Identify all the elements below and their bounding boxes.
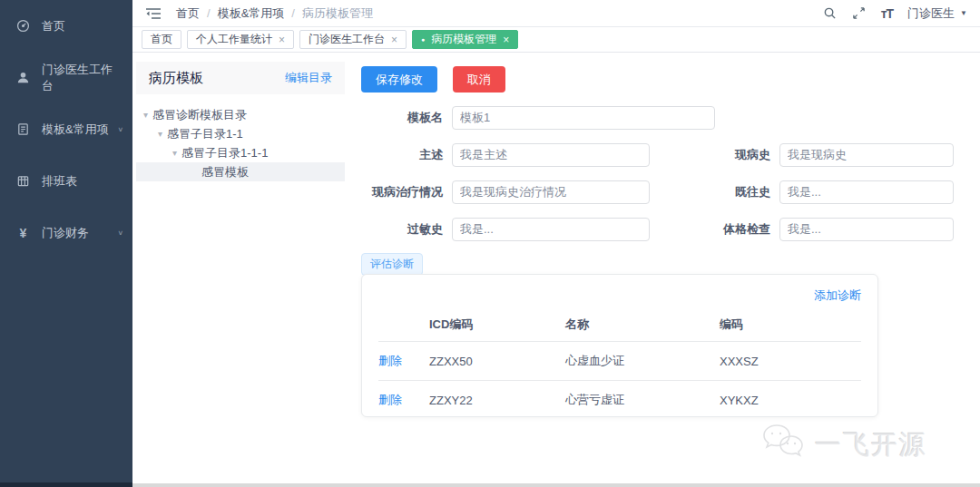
user-name: 门诊医生 xyxy=(907,5,955,22)
allergy-history-input[interactable] xyxy=(452,218,650,241)
table-row: 删除 ZZXY22 心营亏虚证 XYKXZ xyxy=(378,381,861,420)
template-tree: ▾ 感冒诊断模板目录 ▾ 感冒子目录1-1 ▾ 感冒子目录1-1-1 感冒模板 xyxy=(136,94,345,181)
breadcrumb: 首页 / 模板&常用项 / 病历模板管理 xyxy=(176,5,373,22)
sidebar-item-home[interactable]: 首页 xyxy=(0,0,132,52)
tree-node[interactable]: ▾ 感冒诊断模板目录 xyxy=(136,105,345,124)
chief-complaint-input[interactable] xyxy=(452,143,650,167)
past-history-input[interactable] xyxy=(779,180,954,204)
template-form: 模板名 主述 现病史 现病治疗情况 既往史 xyxy=(361,106,954,255)
top-bar: 首页 / 模板&常用项 / 病历模板管理 тT 门诊医生 ▼ xyxy=(132,0,980,27)
tab-template-management[interactable]: ● 病历模板管理 × xyxy=(412,30,518,49)
sidebar-item-label: 模板&常用项 xyxy=(42,122,109,138)
template-icon xyxy=(16,122,30,136)
tab-label: 首页 xyxy=(151,32,172,47)
tree-node-label: 感冒诊断模板目录 xyxy=(152,107,247,123)
cell-icd: ZZXX50 xyxy=(429,342,565,381)
column-header-action xyxy=(378,311,429,342)
sidebar-item-label: 门诊财务 xyxy=(42,225,89,241)
tab-assessment-diagnosis[interactable]: 评估诊断 xyxy=(361,253,423,276)
tab-personal-workload[interactable]: 个人工作量统计 × xyxy=(187,30,294,49)
breadcrumb-separator: / xyxy=(291,6,295,20)
close-icon[interactable]: × xyxy=(391,34,397,45)
physical-exam-label: 体格检查 xyxy=(707,221,779,238)
breadcrumb-section[interactable]: 模板&常用项 xyxy=(218,5,285,22)
dropdown-caret-icon: ▼ xyxy=(960,9,967,17)
cell-icd: ZZXY22 xyxy=(429,381,565,420)
cell-name: 心营亏虚证 xyxy=(565,381,720,420)
save-button[interactable]: 保存修改 xyxy=(361,66,437,93)
cell-code: XXXSZ xyxy=(720,342,861,381)
table-row: 删除 ZZXX50 心虚血少证 XXXSZ xyxy=(378,342,861,381)
present-illness-input[interactable] xyxy=(779,143,954,167)
breadcrumb-current: 病历模板管理 xyxy=(302,5,373,22)
caret-down-icon[interactable]: ▾ xyxy=(158,129,162,139)
search-icon[interactable] xyxy=(823,6,838,21)
topbar-actions: тT 门诊医生 ▼ xyxy=(823,5,967,22)
present-treatment-label: 现病治疗情况 xyxy=(361,184,452,200)
tree-node-label: 感冒子目录1-1 xyxy=(167,126,243,142)
chief-complaint-label: 主述 xyxy=(361,147,452,163)
edit-directory-link[interactable]: 编辑目录 xyxy=(285,70,332,86)
tree-node-selected[interactable]: 感冒模板 xyxy=(136,162,345,181)
diagnosis-card: 添加诊断 ICD编码 名称 编码 删除 ZZXX50 心虚血少证 XXXSZ xyxy=(361,274,878,417)
diagnosis-table: ICD编码 名称 编码 删除 ZZXX50 心虚血少证 XXXSZ 删除 ZZX… xyxy=(378,311,861,419)
column-header-name: 名称 xyxy=(565,311,720,342)
chat-bubbles-logo-icon xyxy=(759,424,806,467)
template-panel-header: 病历模板 编辑目录 xyxy=(136,62,345,94)
watermark: 一飞开源 xyxy=(759,424,927,467)
user-icon xyxy=(16,71,30,84)
form-actions: 保存修改 取消 xyxy=(361,66,505,93)
bottom-strip-dark xyxy=(0,482,132,487)
cell-name: 心虚血少证 xyxy=(565,342,720,381)
delete-row-link[interactable]: 删除 xyxy=(378,393,402,406)
sidebar-item-label: 首页 xyxy=(42,18,65,34)
user-menu[interactable]: 门诊医生 ▼ xyxy=(907,5,967,22)
tree-node-label: 感冒子目录1-1-1 xyxy=(181,145,268,161)
tab-bar: 首页 个人工作量统计 × 门诊医生工作台 × ● 病历模板管理 × xyxy=(132,27,980,53)
present-treatment-input[interactable] xyxy=(452,180,650,204)
dashboard-icon xyxy=(16,19,30,33)
chevron-down-icon: ∨ xyxy=(117,229,123,237)
caret-down-icon[interactable]: ▾ xyxy=(143,110,148,120)
cell-code: XYKXZ xyxy=(720,381,861,420)
sidebar-item-label: 门诊医生工作台 xyxy=(42,62,123,94)
cancel-button[interactable]: 取消 xyxy=(453,66,505,93)
tab-label: 门诊医生工作台 xyxy=(309,32,385,47)
schedule-icon xyxy=(16,174,30,188)
chevron-down-icon: ∨ xyxy=(117,126,123,133)
sidebar-item-finance[interactable]: ¥ 门诊财务 ∨ xyxy=(0,207,132,258)
sidebar-item-templates[interactable]: 模板&常用项 ∨ xyxy=(0,103,132,155)
watermark-text: 一飞开源 xyxy=(815,427,927,463)
tab-doctor-workbench[interactable]: 门诊医生工作台 × xyxy=(299,30,407,49)
template-name-label: 模板名 xyxy=(361,110,452,126)
tab-label: 个人工作量统计 xyxy=(196,32,272,47)
physical-exam-input[interactable] xyxy=(779,218,954,241)
column-header-icd: ICD编码 xyxy=(429,311,565,342)
active-dot-icon: ● xyxy=(421,36,425,43)
font-size-icon[interactable]: тT xyxy=(881,6,893,21)
tree-node[interactable]: ▾ 感冒子目录1-1 xyxy=(136,124,345,143)
bottom-strip-light xyxy=(132,483,980,487)
sidebar: 首页 门诊医生工作台 模板&常用项 ∨ 排班表 ¥ 门诊财务 ∨ xyxy=(0,0,132,487)
sidebar-item-label: 排班表 xyxy=(42,173,77,190)
caret-down-icon[interactable]: ▾ xyxy=(172,148,177,158)
delete-row-link[interactable]: 删除 xyxy=(378,354,402,367)
sidebar-item-doctor-workbench[interactable]: 门诊医生工作台 xyxy=(0,52,132,103)
main-area: 首页 / 模板&常用项 / 病历模板管理 тT 门诊医生 ▼ xyxy=(132,0,980,487)
panel-title: 病历模板 xyxy=(149,70,203,87)
yen-icon: ¥ xyxy=(16,226,30,239)
present-illness-label: 现病史 xyxy=(707,147,779,163)
close-icon[interactable]: × xyxy=(279,34,285,45)
tree-node[interactable]: ▾ 感冒子目录1-1-1 xyxy=(136,143,345,162)
add-diagnosis-link[interactable]: 添加诊断 xyxy=(814,288,861,302)
allergy-history-label: 过敏史 xyxy=(361,221,452,238)
sidebar-item-schedule[interactable]: 排班表 xyxy=(0,155,132,207)
template-name-input[interactable] xyxy=(452,106,715,130)
tab-home[interactable]: 首页 xyxy=(142,30,181,49)
breadcrumb-home[interactable]: 首页 xyxy=(176,5,200,22)
close-icon[interactable]: × xyxy=(503,34,509,45)
breadcrumb-separator: / xyxy=(207,6,211,20)
fullscreen-icon[interactable] xyxy=(852,6,867,21)
column-header-code: 编码 xyxy=(720,311,861,342)
sidebar-collapse-icon[interactable] xyxy=(145,7,162,20)
